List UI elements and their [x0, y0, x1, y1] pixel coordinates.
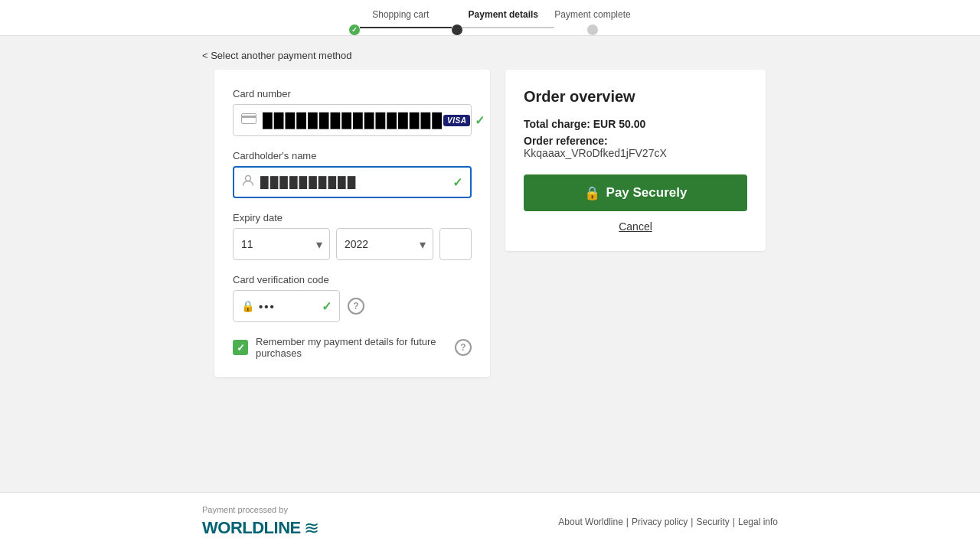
reference-row: Order reference: Kkqaaax_VRoDfked1jFV27c…	[524, 135, 747, 159]
worldline-text: WORLDLINE	[202, 518, 301, 538]
cardholder-label: Cardholder's name	[233, 150, 472, 161]
total-charge-row: Total charge: EUR 50.00	[524, 118, 747, 130]
worldline-logo: WORLDLINE ≋	[202, 517, 319, 539]
total-value: EUR 50.00	[593, 118, 645, 130]
expiry-group: Expiry date 01020304 05060708 09101112 2…	[233, 212, 472, 260]
step-payment-complete-dot	[587, 24, 598, 35]
pay-securely-button[interactable]: 🔒 Pay Securely	[524, 174, 747, 211]
pay-button-label: Pay Securely	[606, 185, 688, 201]
privacy-policy-link[interactable]: Privacy policy	[632, 517, 688, 527]
card-form: Card number ████████████████ VISA ✓ Card…	[214, 70, 490, 377]
reference-value: Kkqaaax_VRoDfked1jFV27cX	[524, 147, 667, 159]
footer-left: Payment processed by WORLDLINE ≋	[202, 505, 319, 539]
cardholder-input[interactable]	[260, 176, 452, 189]
back-link-bar: < Select another payment method	[0, 36, 980, 70]
visa-badge: VISA	[443, 115, 470, 126]
step-payment-details-dot	[452, 24, 462, 35]
step-shopping-cart-dot: ✓	[349, 24, 360, 35]
expiry-label: Expiry date	[233, 212, 472, 223]
footer-links: About Worldline|Privacy policy|Security|…	[558, 517, 778, 527]
card-valid-check: ✓	[475, 113, 485, 128]
step-payment-complete: Payment complete	[554, 9, 630, 35]
about-worldline-link[interactable]: About Worldline	[558, 517, 623, 527]
expiry-year-wrapper: 202020212022 2023202420252026	[336, 228, 433, 260]
expiry-month-select[interactable]: 01020304 05060708 09101112	[233, 228, 330, 260]
remember-label: Remember my payment details for future p…	[256, 336, 447, 359]
remember-checkbox[interactable]: ✓	[233, 340, 248, 355]
step-line-1	[360, 27, 452, 28]
cardholder-valid-check: ✓	[452, 175, 462, 190]
expiry-year-select[interactable]: 202020212022 2023202420252026	[336, 228, 433, 260]
card-number-group: Card number ████████████████ VISA ✓	[233, 88, 472, 136]
main-content: Card number ████████████████ VISA ✓ Card…	[0, 70, 980, 492]
cvv-group: Card verification code 🔒 ✓ ?	[233, 274, 472, 322]
cvv-input-wrapper: 🔒 ✓	[233, 290, 340, 322]
order-overview: Order overview Total charge: EUR 50.00 O…	[505, 70, 766, 251]
legal-info-link[interactable]: Legal info	[738, 517, 778, 527]
expiry-row: 01020304 05060708 09101112 202020212022 …	[233, 228, 472, 260]
step-shopping-cart: Shopping cart ✓	[349, 9, 452, 35]
remember-help-icon[interactable]: ?	[455, 339, 472, 356]
step-shopping-cart-label: Shopping cart	[372, 9, 429, 20]
svg-rect-0	[242, 114, 256, 124]
reference-label: Order reference:	[524, 135, 608, 147]
step-payment-complete-label: Payment complete	[554, 9, 630, 20]
back-link[interactable]: < Select another payment method	[202, 50, 351, 61]
person-icon	[242, 174, 254, 190]
card-number-input-wrapper: ████████████████ VISA ✓	[233, 104, 472, 136]
expiry-month-wrapper: 01020304 05060708 09101112	[233, 228, 330, 260]
cardholder-input-wrapper: ✓	[233, 166, 472, 198]
order-title: Order overview	[524, 88, 747, 106]
payment-processed-label: Payment processed by	[202, 505, 319, 514]
expiry-empty-box	[439, 228, 472, 260]
step-payment-details-label: Payment details	[469, 9, 538, 20]
cvv-valid-check: ✓	[322, 299, 332, 314]
worldline-symbol: ≋	[304, 517, 319, 539]
footer: Payment processed by WORLDLINE ≋ About W…	[0, 492, 980, 551]
step-line-2	[462, 27, 554, 28]
cvv-label: Card verification code	[233, 274, 472, 285]
card-icon	[241, 113, 256, 127]
cvv-input[interactable]	[259, 300, 322, 313]
cancel-link[interactable]: Cancel	[524, 220, 747, 233]
svg-point-2	[246, 176, 251, 181]
card-number-right: VISA ✓	[443, 113, 485, 128]
remember-row: ✓ Remember my payment details for future…	[233, 336, 472, 359]
cardholder-group: Cardholder's name ✓	[233, 150, 472, 198]
card-number-value: ████████████████	[263, 112, 443, 129]
card-number-label: Card number	[233, 88, 472, 99]
lock-icon-pay: 🔒	[584, 185, 600, 201]
security-link[interactable]: Security	[696, 517, 729, 527]
svg-rect-1	[241, 116, 256, 118]
cvv-help-icon[interactable]: ?	[348, 298, 364, 315]
steps-bar: Shopping cart ✓ Payment details Payment …	[0, 0, 980, 36]
total-label: Total charge:	[524, 118, 593, 130]
lock-icon: 🔒	[241, 300, 254, 312]
step-payment-details: Payment details	[452, 9, 554, 35]
cvv-row: 🔒 ✓ ?	[233, 290, 472, 322]
